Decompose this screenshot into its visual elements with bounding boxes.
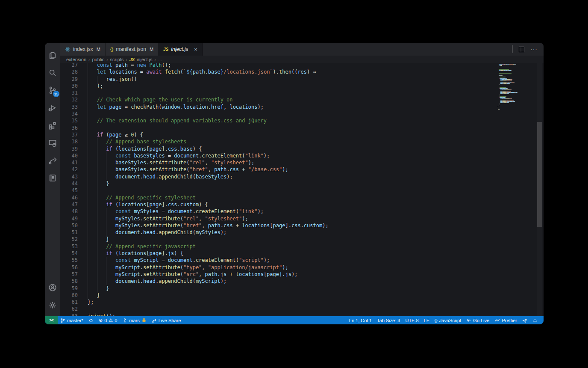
bell-icon	[532, 318, 538, 323]
code-line[interactable]: 45	[60, 187, 497, 194]
code-line[interactable]: 48const myStyles = document.createElemen…	[60, 208, 497, 215]
chevron-right-icon: ›	[106, 57, 108, 62]
code-line[interactable]: 52}	[60, 236, 497, 243]
close-icon[interactable]: ×	[194, 46, 197, 53]
feedback-icon	[522, 318, 527, 323]
breadcrumb-item[interactable]: inject.js	[137, 57, 153, 62]
code-line[interactable]: 36	[60, 125, 497, 131]
language-label: JavaScript	[439, 318, 461, 323]
code-line[interactable]: 51document.head.appendChild(myStyles);	[60, 229, 497, 236]
language-mode[interactable]: {} JavaScript	[432, 318, 464, 323]
account-icon[interactable]	[45, 279, 60, 296]
code-line[interactable]: 47if (locations[page].css.custom) {	[60, 201, 497, 208]
encoding-indicator[interactable]: UTF-8	[403, 318, 421, 323]
code-line[interactable]: 39if (locations[page].css.base) {	[60, 145, 497, 152]
code-line[interactable]: 32// Check which page the user is curren…	[60, 96, 497, 103]
line-number: 30	[60, 83, 78, 89]
prettier-status[interactable]: ✓✓ Prettier	[492, 318, 520, 323]
line-number: 61	[60, 299, 78, 306]
code-line[interactable]: 53// Append specific javascript	[60, 243, 497, 250]
code-line[interactable]: 58document.head.appendChild(myScript);	[60, 278, 497, 285]
code-line[interactable]: 46// Append specific stylesheet	[60, 194, 497, 201]
remote-explorer-icon[interactable]	[45, 134, 60, 151]
breadcrumb-item[interactable]: extension	[66, 57, 86, 62]
line-number: 36	[60, 125, 78, 131]
live-share-status[interactable]: Live Share	[149, 318, 184, 323]
more-actions-icon[interactable]: ···	[530, 46, 538, 53]
js-icon: JS	[129, 57, 135, 62]
eol-indicator[interactable]: LF	[421, 318, 432, 323]
code-line[interactable]: 33let page = checkPath(window.location.h…	[60, 104, 497, 110]
code-line[interactable]: 63inject();	[60, 313, 497, 316]
code-line[interactable]: 62	[60, 306, 497, 312]
code-line[interactable]: 61};	[60, 299, 497, 306]
code-line[interactable]: 31	[60, 89, 497, 96]
code-line[interactable]: 40const baseStyles = document.createElem…	[60, 152, 497, 159]
tab-index-jsx[interactable]: index.jsx M	[60, 43, 106, 56]
code-line[interactable]: 56myScript.setAttribute("type", "applica…	[60, 264, 497, 271]
notifications-status[interactable]	[530, 318, 540, 323]
modified-badge: M	[97, 47, 100, 52]
code-line[interactable]: 28let locations = await fetch(`${path.ba…	[60, 68, 497, 75]
editor-actions: ···	[512, 43, 544, 56]
source-control-icon[interactable]: 15	[45, 81, 60, 99]
code-line[interactable]: 59}	[60, 285, 497, 292]
editor[interactable]: 27const path = new Path();28let location…	[60, 63, 544, 316]
extensions-icon[interactable]	[45, 116, 60, 134]
search-icon[interactable]	[45, 64, 60, 81]
code-line[interactable]: 35// The extension should append variabl…	[60, 117, 497, 124]
code-line[interactable]: 50myStyles.setAttribute("href", path.css…	[60, 222, 497, 229]
modified-badge: M	[150, 47, 153, 52]
code-line[interactable]: 49myStyles.setAttribute("rel", "styleshe…	[60, 215, 497, 222]
tab-label: index.jsx	[73, 46, 93, 52]
sync-status[interactable]	[86, 318, 96, 323]
git-branch-status[interactable]: master*	[58, 318, 86, 323]
settings-gear-icon[interactable]	[45, 296, 60, 314]
code-line[interactable]: 43document.head.appendChild(baseStyles);	[60, 173, 497, 180]
code-line[interactable]: 44}	[60, 180, 497, 187]
feedback-status[interactable]	[520, 318, 530, 323]
code-line[interactable]: 42baseStyles.setAttribute("href", path.c…	[60, 166, 497, 173]
code-line[interactable]: 34	[60, 110, 497, 117]
scrollbar-thumb[interactable]	[537, 122, 542, 227]
notebook-icon[interactable]	[45, 169, 60, 187]
vscode-window: 15 index.j	[45, 43, 544, 324]
code-line[interactable]: 27const path = new Path();	[60, 63, 497, 68]
code-line[interactable]: 57myScript.setAttribute("src", path.js +…	[60, 271, 497, 278]
code-line[interactable]: 37if (page ≥ 0) {	[60, 131, 497, 138]
line-number: 46	[60, 194, 78, 201]
live-share-icon	[152, 318, 157, 323]
explorer-icon[interactable]	[45, 46, 60, 64]
code-line[interactable]: 38// Append base stylesheets	[60, 138, 497, 145]
branch-icon	[60, 318, 65, 323]
code-line[interactable]: 60}	[60, 292, 497, 299]
minimap[interactable]	[498, 63, 535, 110]
breadcrumb-item[interactable]: ...	[158, 57, 162, 62]
line-number: 29	[60, 76, 78, 83]
go-live-status[interactable]: Go Live	[464, 318, 492, 323]
line-number: 31	[60, 89, 78, 96]
breadcrumb-item[interactable]: scripts	[110, 57, 124, 62]
code-line[interactable]: 54if (locations[page].js) {	[60, 250, 497, 257]
split-editor-icon[interactable]	[519, 47, 524, 52]
code-line[interactable]: 55const myScript = document.createElemen…	[60, 257, 497, 264]
editor-action-icon[interactable]	[512, 45, 513, 53]
warning-icon: ⚠	[109, 318, 113, 323]
tab-label: inject.js	[171, 46, 188, 52]
tab-manifest-json[interactable]: {} manifest.json M	[106, 43, 159, 56]
problems-status[interactable]: ⊗ 0 ⚠ 0	[96, 318, 120, 323]
live-share-icon[interactable]	[45, 151, 60, 169]
code-line[interactable]: 29res.json()	[60, 76, 497, 83]
remote-indicator[interactable]: ><	[45, 316, 58, 324]
profile-status[interactable]: mars	[120, 318, 149, 323]
code-line[interactable]: 30);	[60, 83, 497, 89]
code-line[interactable]: 41baseStyles.setAttribute("rel", "styles…	[60, 159, 497, 166]
editor-code-lines: 27const path = new Path();28let location…	[60, 63, 497, 316]
cursor-position[interactable]: Ln 1, Col 1	[347, 318, 374, 323]
breadcrumb-item[interactable]: public	[92, 57, 104, 62]
line-number: 59	[60, 285, 78, 292]
tab-size-indicator[interactable]: Tab Size: 3	[374, 318, 403, 323]
broadcast-icon	[466, 318, 471, 323]
run-debug-icon[interactable]	[45, 99, 60, 116]
tab-inject-js[interactable]: JS inject.js ×	[159, 43, 203, 56]
